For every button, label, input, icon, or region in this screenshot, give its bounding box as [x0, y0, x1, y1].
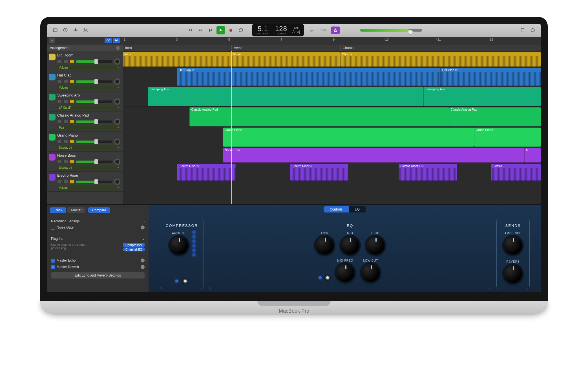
tab-eq[interactable]: EQ: [349, 206, 366, 212]
region[interactable]: Hat Clap ⟳: [441, 68, 541, 86]
automation-param-selector[interactable]: LP Cutoff: [57, 106, 120, 109]
solo-button[interactable]: [63, 140, 68, 144]
input-monitor-button[interactable]: [70, 100, 74, 104]
master-volume-slider[interactable]: [360, 29, 422, 32]
compressor-amount-knob[interactable]: [170, 236, 188, 255]
region[interactable]: Sweeping Arp: [424, 87, 541, 106]
solo-button[interactable]: [63, 100, 68, 104]
volume-fader[interactable]: [76, 161, 112, 163]
solo-button[interactable]: [63, 80, 68, 84]
arrangement-heading[interactable]: Arrangement: [47, 45, 123, 51]
input-monitor-button[interactable]: [70, 160, 74, 164]
eq-toggle[interactable]: [319, 276, 322, 279]
region[interactable]: Electro: [491, 164, 541, 181]
arrangement-marker[interactable]: Intro: [123, 45, 231, 51]
lcd-display[interactable]: 5.1 BAR BEAT 128 TEMPO 4/4 Amaj: [252, 24, 304, 36]
go-to-start-button[interactable]: [206, 26, 215, 34]
pan-knob[interactable]: [114, 98, 120, 105]
close-icon[interactable]: [116, 46, 120, 50]
eq-midfreq-knob[interactable]: [336, 264, 354, 282]
tuner-button[interactable]: [307, 26, 316, 34]
track-name[interactable]: Noise Bass: [57, 153, 120, 157]
mute-button[interactable]: [57, 120, 62, 124]
help-button[interactable]: ?: [61, 26, 70, 34]
pan-knob[interactable]: [114, 119, 120, 125]
edit-echo-reverb-button[interactable]: Edit Echo and Reverb Settings: [51, 272, 145, 279]
solo-button[interactable]: [63, 120, 68, 124]
notepad-button[interactable]: [518, 26, 527, 34]
region[interactable]: Classic Analog Pad: [189, 107, 449, 126]
catch-playhead-toggle[interactable]: [113, 38, 120, 43]
automation-param-selector[interactable]: Volume: [57, 86, 120, 89]
tab-controls[interactable]: Controls: [324, 206, 349, 212]
region[interactable]: Electro Riser ⟳: [177, 164, 236, 181]
solo-button[interactable]: [63, 160, 68, 164]
automation-param-selector[interactable]: Pan: [57, 126, 120, 130]
track-header[interactable]: Sweeping ArpLP Cutoff: [47, 91, 123, 111]
track-header[interactable]: Grand PianoDisplay off: [47, 131, 123, 152]
track-header[interactable]: Hat ClapVolume: [47, 71, 123, 91]
scissors-button[interactable]: [81, 26, 90, 34]
eq-lowcut-knob[interactable]: [362, 264, 380, 282]
automation-toggle[interactable]: [105, 38, 112, 43]
pan-knob[interactable]: [114, 159, 120, 165]
region[interactable]: N: [524, 148, 541, 163]
count-in-button[interactable]: 1234: [319, 26, 328, 34]
mute-button[interactable]: [57, 160, 62, 164]
arrangement-markers[interactable]: IntroVerseChorus: [123, 45, 541, 51]
record-button[interactable]: [227, 26, 235, 34]
pan-knob[interactable]: [114, 58, 120, 65]
compressor-toggle[interactable]: [175, 280, 178, 282]
library-button[interactable]: [51, 26, 59, 34]
input-monitor-button[interactable]: [70, 140, 74, 144]
region[interactable]: Grand Piano: [223, 128, 474, 147]
noise-gate-slider[interactable]: [141, 225, 145, 229]
plugin-slot[interactable]: Compressor: [123, 243, 145, 247]
cycle-button[interactable]: [237, 26, 245, 34]
tab-master[interactable]: Master: [67, 207, 86, 213]
metronome-button[interactable]: [331, 27, 340, 34]
region[interactable]: Electro Riser.1 ⟳: [399, 164, 457, 181]
arrange-area[interactable]: 1357910111213 IntroVerseChorus IntroVers…: [123, 37, 541, 204]
play-button[interactable]: [216, 26, 225, 34]
track-name[interactable]: Grand Piano: [57, 133, 120, 137]
automation-param-selector[interactable]: Display off: [57, 146, 120, 150]
master-echo-checkbox[interactable]: [51, 259, 55, 263]
master-reverb-checkbox[interactable]: [51, 265, 55, 269]
forward-button[interactable]: [196, 26, 205, 34]
quick-help-button[interactable]: [71, 26, 80, 34]
region[interactable]: Noise Bass: [223, 148, 524, 163]
track-header[interactable]: Noise BassDisplay off: [47, 152, 123, 172]
lcd-tempo[interactable]: 128: [275, 25, 287, 32]
volume-fader[interactable]: [76, 120, 112, 123]
region-lanes[interactable]: IntroVerseChorusHat Clap ⟳Hat Clap ⟳Swee…: [123, 51, 541, 204]
plugins-heading[interactable]: Plug-ins ⌄: [51, 236, 145, 242]
track-name[interactable]: Classic Analog Pad: [57, 113, 120, 117]
master-reverb-slider[interactable]: [141, 265, 145, 269]
region[interactable]: Hat Clap ⟳: [177, 68, 441, 86]
region[interactable]: Chorus: [340, 52, 541, 67]
noise-gate-checkbox[interactable]: [51, 226, 55, 230]
pan-knob[interactable]: [114, 179, 120, 185]
send-ambience-knob[interactable]: [504, 236, 522, 255]
input-monitor-button[interactable]: [70, 80, 74, 84]
volume-fader[interactable]: [76, 60, 112, 63]
volume-fader[interactable]: [76, 100, 112, 103]
master-echo-slider[interactable]: [141, 258, 145, 262]
rewind-button[interactable]: [186, 26, 194, 34]
loops-browser-button[interactable]: [529, 26, 537, 34]
region[interactable]: Classic Analog Pad: [449, 107, 541, 126]
automation-param-selector[interactable]: Display off: [57, 166, 120, 170]
track-name[interactable]: Sweeping Arp: [57, 93, 120, 97]
track-name[interactable]: Electro Riser: [57, 173, 120, 177]
automation-param-selector[interactable]: Volume: [57, 66, 120, 69]
track-header[interactable]: Big RoomVolume: [47, 51, 123, 71]
plugin-slot[interactable]: Channel EQ: [123, 247, 145, 251]
eq-high-knob[interactable]: [366, 236, 384, 255]
solo-button[interactable]: [63, 60, 68, 63]
volume-fader[interactable]: [76, 181, 112, 183]
region[interactable]: Sweeping Arp: [148, 87, 424, 106]
volume-fader[interactable]: [76, 80, 112, 83]
send-reverb-knob[interactable]: [504, 265, 522, 283]
compare-button[interactable]: Compare: [88, 207, 110, 213]
